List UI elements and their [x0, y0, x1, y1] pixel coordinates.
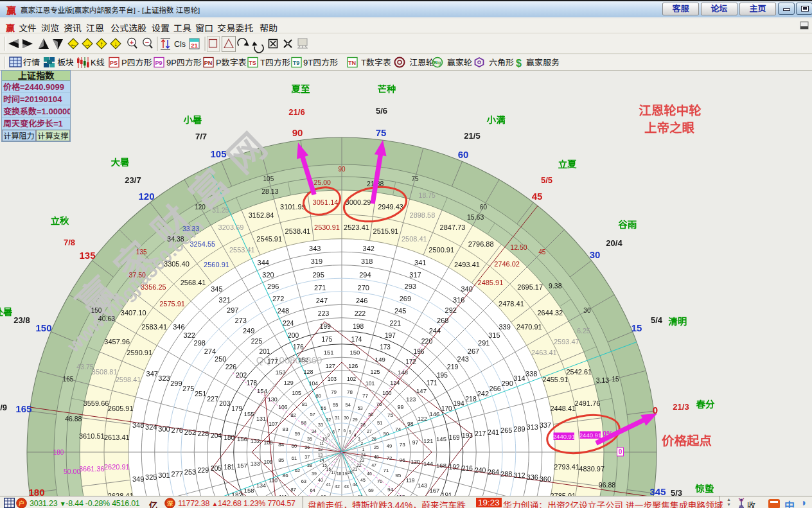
svg-text:→: →	[84, 40, 91, 48]
svg-text:1: 1	[362, 447, 365, 451]
svg-text:345: 345	[649, 486, 666, 496]
svg-text:34.38: 34.38	[167, 235, 184, 243]
svg-text:151: 151	[324, 349, 334, 356]
svg-text:250: 250	[215, 355, 226, 363]
svg-text:5: 5	[349, 430, 351, 434]
svg-text:2523.41: 2523.41	[344, 223, 369, 231]
svg-text:63: 63	[301, 478, 306, 484]
svg-text:344: 344	[258, 259, 269, 267]
svg-text:P9: P9	[155, 60, 162, 66]
svg-text:105: 105	[292, 390, 301, 396]
svg-text:5/6: 5/6	[376, 106, 387, 116]
svg-text:75: 75	[387, 412, 393, 418]
svg-text:80: 80	[315, 393, 321, 399]
svg-text:37: 37	[304, 455, 310, 459]
svg-text:314: 314	[513, 374, 525, 382]
svg-text:20/4: 20/4	[606, 238, 622, 248]
svg-text:249: 249	[243, 327, 254, 335]
svg-text:79: 79	[331, 389, 337, 395]
svg-text:3356.25: 3356.25	[141, 283, 166, 291]
svg-text:291: 291	[478, 339, 490, 347]
svg-text:222: 222	[355, 310, 366, 317]
svg-text:339: 339	[499, 323, 510, 331]
svg-text:338: 338	[525, 370, 537, 378]
svg-text:340: 340	[461, 285, 472, 293]
svg-text:3457.96: 3457.96	[104, 338, 130, 346]
svg-text:98: 98	[407, 421, 414, 427]
svg-text:9.38: 9.38	[549, 282, 562, 290]
svg-text:148: 148	[398, 369, 408, 376]
svg-text:0: 0	[619, 448, 622, 455]
svg-text:31.25: 31.25	[212, 206, 229, 214]
svg-text:41: 41	[326, 482, 331, 487]
svg-text:153: 153	[276, 369, 286, 376]
svg-text:2583.41: 2583.41	[141, 323, 167, 331]
svg-text:2440.91: 2440.91	[579, 432, 601, 439]
svg-text:87: 87	[290, 487, 296, 493]
svg-text:54: 54	[346, 402, 351, 408]
svg-text:38: 38	[307, 463, 312, 468]
svg-text:274: 274	[204, 347, 216, 355]
svg-text:3101.99: 3101.99	[280, 203, 306, 211]
svg-text:2695.17: 2695.17	[517, 283, 543, 291]
svg-text:25: 25	[374, 445, 379, 450]
svg-text:316: 316	[453, 296, 464, 304]
svg-text:96: 96	[400, 457, 405, 463]
svg-text:2500.91: 2500.91	[428, 246, 454, 254]
svg-text:61: 61	[292, 455, 297, 461]
svg-text:130: 130	[268, 396, 278, 403]
svg-text:3407.10: 3407.10	[121, 309, 146, 317]
svg-text:241: 241	[488, 428, 499, 436]
svg-text:31: 31	[335, 416, 340, 420]
svg-text:−: −	[145, 39, 149, 46]
svg-text:75: 75	[412, 175, 419, 182]
svg-text:219: 219	[447, 363, 459, 371]
svg-text:23/8: 23/8	[13, 315, 30, 325]
svg-text:2847.73: 2847.73	[440, 223, 466, 231]
svg-text:六角形: 六角形	[489, 58, 514, 67]
svg-text:84: 84	[278, 442, 284, 448]
svg-text:167: 167	[429, 487, 439, 494]
svg-text:198: 198	[353, 323, 364, 330]
svg-text:150: 150	[91, 307, 102, 314]
svg-text:$: $	[516, 58, 522, 69]
svg-text:49: 49	[387, 443, 392, 449]
svg-text:172: 172	[405, 358, 416, 365]
svg-text:64: 64	[310, 487, 315, 493]
svg-text:3254.55: 3254.55	[190, 240, 215, 248]
svg-text:3508.81: 3508.81	[92, 368, 118, 376]
svg-text:45: 45	[532, 191, 543, 202]
svg-text:126: 126	[348, 363, 358, 369]
svg-text:341: 341	[414, 259, 426, 267]
svg-text:26: 26	[371, 437, 376, 441]
svg-text:12: 12	[318, 447, 323, 451]
svg-text:21: 21	[353, 467, 358, 471]
svg-text:71: 71	[384, 468, 389, 473]
svg-text:7: 7	[338, 428, 340, 433]
svg-text:江恩轮中轮: 江恩轮中轮	[639, 103, 702, 118]
svg-text:2491.76: 2491.76	[575, 399, 601, 407]
svg-text:129: 129	[284, 380, 294, 386]
svg-text:价格起点: 价格起点	[662, 434, 712, 448]
svg-text:346: 346	[173, 323, 184, 331]
svg-text:46.88: 46.88	[65, 415, 82, 423]
svg-text:33.33: 33.33	[182, 225, 199, 232]
svg-text:28: 28	[360, 423, 366, 427]
svg-text:296: 296	[267, 283, 279, 290]
svg-text:220: 220	[421, 337, 433, 345]
svg-text:K线: K线	[91, 58, 105, 67]
svg-text:2530.91: 2530.91	[314, 223, 340, 231]
svg-text:2796.88: 2796.88	[468, 240, 494, 248]
svg-text:3000.29: 3000.29	[346, 198, 371, 206]
svg-text:270: 270	[358, 284, 369, 292]
svg-text:325: 325	[145, 473, 157, 481]
svg-text:336: 336	[527, 473, 538, 481]
svg-text:P四方形: P四方形	[121, 58, 152, 67]
svg-text:192: 192	[449, 464, 460, 471]
svg-text:33: 33	[318, 423, 323, 427]
svg-text:10: 10	[322, 437, 328, 441]
svg-text:201: 201	[260, 348, 270, 355]
svg-text:32: 32	[326, 417, 331, 422]
svg-text:9P四方形: 9P四方形	[166, 58, 202, 67]
svg-text:3.13: 3.13	[596, 376, 610, 384]
